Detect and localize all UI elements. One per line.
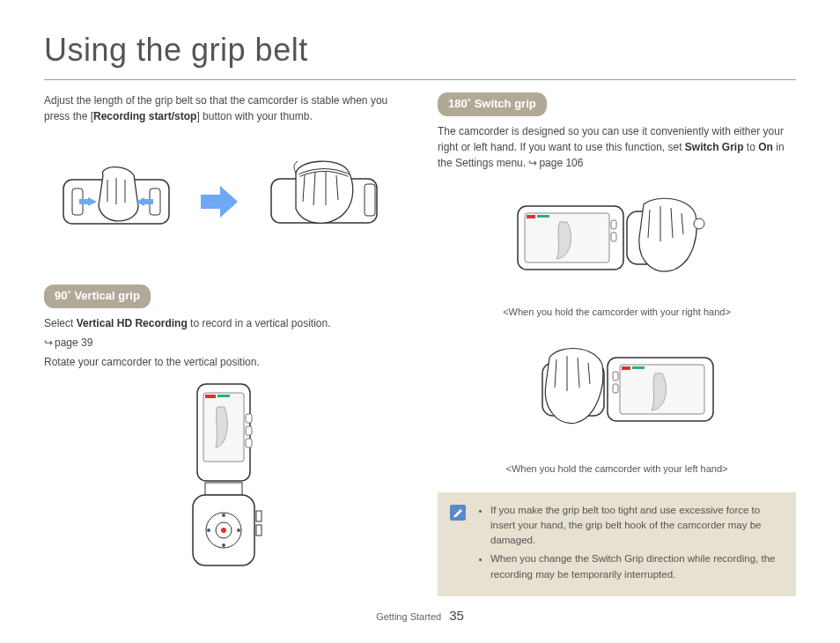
svg-point-20 — [222, 514, 225, 517]
left-column: Adjust the length of the grip belt so th… — [44, 92, 402, 596]
right-column: 180˚ Switch grip The camcorder is design… — [438, 92, 796, 596]
right-hand-illustration: <When you hold the camcorder with your r… — [438, 185, 796, 320]
intro-text: Adjust the length of the grip belt so th… — [44, 92, 402, 124]
svg-rect-30 — [611, 220, 616, 229]
note-box: If you make the grip belt too tight and … — [438, 492, 796, 596]
svg-marker-5 — [201, 186, 238, 218]
svg-rect-39 — [613, 372, 618, 381]
intro-b: ] button with your thumb. — [196, 110, 312, 122]
footer-page-number: 35 — [449, 608, 464, 623]
svg-rect-7 — [365, 184, 375, 216]
svg-rect-14 — [246, 439, 252, 447]
svg-point-23 — [237, 528, 240, 532]
arrow-right-icon — [199, 184, 239, 219]
switch-grip-heading: 180˚ Switch grip — [438, 92, 547, 116]
svg-rect-13 — [246, 426, 252, 435]
sg-mid: to — [744, 141, 759, 153]
vga-pre: Select — [44, 317, 77, 329]
svg-rect-40 — [613, 384, 618, 393]
svg-rect-12 — [246, 414, 252, 423]
switch-grip-seealso: page 106 — [528, 157, 583, 169]
svg-rect-37 — [622, 366, 630, 370]
note-item-1: If you make the grip belt too tight and … — [490, 503, 784, 549]
svg-rect-31 — [611, 233, 616, 241]
grip-inserted-illustration — [261, 149, 393, 255]
grip-adjust-illustration-row — [44, 140, 402, 263]
page-title: Using the grip belt — [44, 26, 796, 74]
svg-point-22 — [207, 528, 210, 532]
vertical-grip-line-b: Rotate your camcorder to the vertical po… — [44, 354, 402, 370]
left-hand-illustration: <When you hold the camcorder with your l… — [438, 333, 796, 477]
vertical-grip-seealso: page 39 — [44, 335, 402, 351]
svg-point-19 — [221, 528, 226, 533]
svg-rect-25 — [256, 525, 262, 536]
vertical-grip-line-a: Select Vertical HD Recording to record i… — [44, 315, 402, 331]
grip-adjust-illustration-closed — [55, 153, 178, 250]
svg-rect-11 — [217, 395, 230, 397]
two-column-layout: Adjust the length of the grip belt so th… — [44, 92, 796, 596]
vertical-grip-heading: 90˚ Vertical grip — [44, 285, 151, 308]
switch-grip-para: The camcorder is designed so you can use… — [438, 123, 796, 171]
caption-right-hand: <When you hold the camcorder with your r… — [503, 305, 731, 320]
vertical-recording-illustration — [44, 379, 402, 573]
svg-rect-28 — [527, 215, 535, 218]
svg-rect-29 — [537, 215, 549, 218]
vga-post: to record in a vertical position. — [188, 317, 331, 329]
svg-rect-24 — [256, 511, 262, 521]
note-icon — [450, 505, 466, 521]
page-footer: Getting Started 35 — [0, 606, 840, 626]
svg-point-33 — [694, 218, 704, 229]
svg-point-21 — [222, 543, 225, 547]
sg-b1: Switch Grip — [685, 141, 744, 153]
svg-rect-10 — [205, 395, 216, 398]
sg-b2: On — [758, 141, 773, 153]
caption-left-hand: <When you hold the camcorder with your l… — [506, 462, 728, 477]
note-item-2: When you change the Switch Grip directio… — [490, 551, 784, 582]
intro-bold: Recording start/stop — [93, 110, 196, 122]
vga-bold: Vertical HD Recording — [77, 317, 188, 329]
svg-rect-15 — [205, 483, 242, 495]
note-list: If you make the grip belt too tight and … — [476, 503, 784, 586]
footer-section: Getting Started — [376, 611, 441, 622]
svg-rect-38 — [632, 366, 645, 369]
title-rule — [44, 79, 796, 80]
